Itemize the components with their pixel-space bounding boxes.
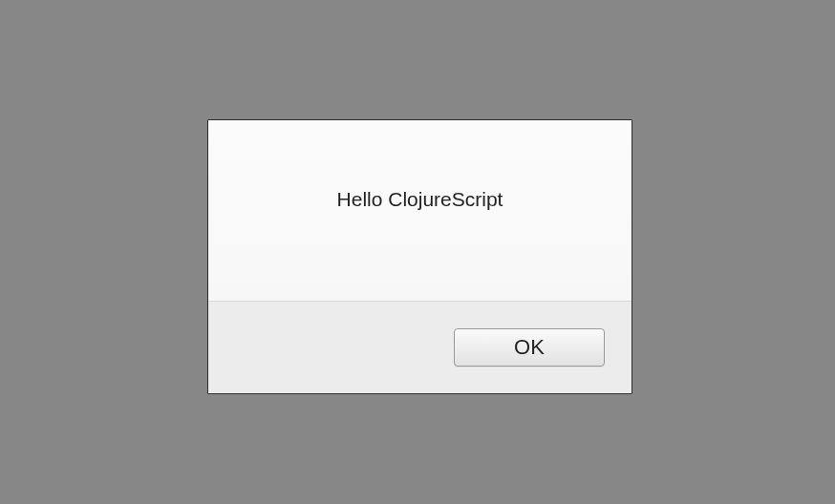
dialog-body: Hello ClojureScript [208,120,632,302]
dialog-footer: OK [208,302,632,393]
alert-dialog: Hello ClojureScript OK [207,119,632,394]
ok-button[interactable]: OK [454,328,605,367]
dialog-message: Hello ClojureScript [337,188,503,211]
